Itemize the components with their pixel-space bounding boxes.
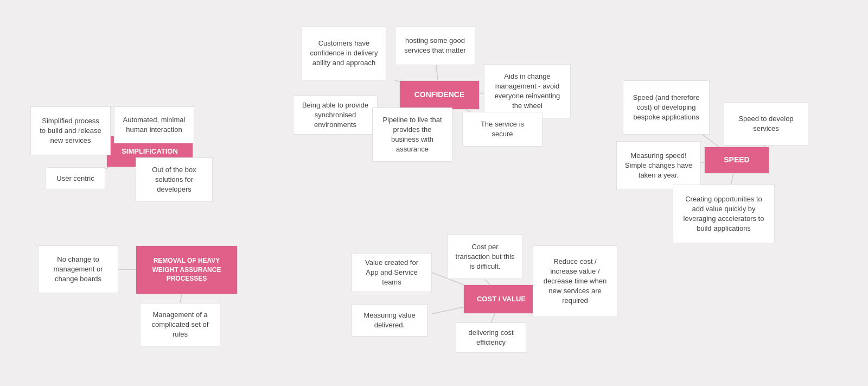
card-measuring-speed: Measuring speed! Simple changes have tak… <box>616 141 701 190</box>
card-automated: Automated, minimal human interaction <box>114 106 194 143</box>
card-cost-per-transaction: Cost per transaction but this is difficu… <box>447 235 523 279</box>
card-no-change: No change to management or change boards <box>38 245 118 293</box>
card-user-centric: User centric <box>46 167 105 190</box>
card-value-created: Value created for App and Service teams <box>352 253 432 292</box>
card-delivering-cost: delivering cost efficiency <box>456 322 526 353</box>
card-aids-change: Aids in change management - avoid everyo… <box>484 64 571 118</box>
card-being-able: Being able to provide synchronised envir… <box>293 96 378 135</box>
card-customers-confidence: Customers have confidence in delivery ab… <box>302 26 386 80</box>
card-confidence: CONFIDENCE <box>399 80 480 110</box>
card-removal: REMOVAL OF HEAVY WEIGHT ASSURANCE PROCES… <box>136 245 238 294</box>
card-out-of-box: Out of the box solutions for developers <box>136 157 213 202</box>
card-speed-develop: Speed to develop services <box>724 102 808 145</box>
card-simplified-process: Simplified process to build and release … <box>30 106 111 155</box>
card-pipeline: Pipeline to live that provides the busin… <box>372 107 452 162</box>
card-speed-cost: Speed (and therefore cost) of developing… <box>623 80 710 135</box>
card-service-secure: The service is secure <box>462 112 542 147</box>
card-cost-value: COST / VALUE <box>463 284 539 314</box>
card-reduce-cost: Reduce cost / increase value / decrease … <box>533 245 617 317</box>
card-hosting: hosting some good services that matter <box>395 26 475 65</box>
card-measuring-value: Measuring value delivered. <box>352 304 427 337</box>
card-management-rules: Management of a complicated set of rules <box>140 303 220 346</box>
card-creating-opportunities: Creating opportunities to add value quic… <box>673 185 775 243</box>
card-speed: SPEED <box>704 147 769 174</box>
